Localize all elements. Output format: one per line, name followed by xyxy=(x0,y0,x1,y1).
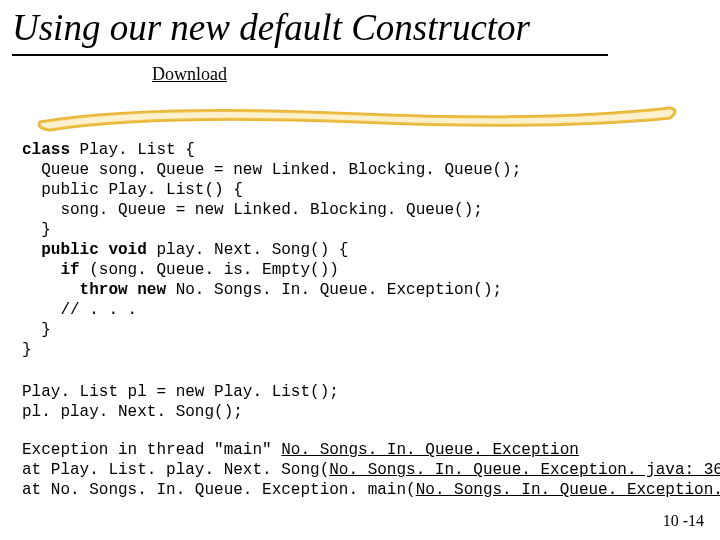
keyword-class: class xyxy=(22,141,70,159)
slide-title: Using our new default Constructor xyxy=(12,6,530,49)
code-text: Play. List { xyxy=(70,141,195,159)
keyword-public-void: public void xyxy=(41,241,147,259)
slide-number: 10 -14 xyxy=(663,512,704,530)
keyword-if: if xyxy=(60,261,79,279)
code-text: Play. List(); xyxy=(204,383,338,401)
trace-text: at No. Songs. In. Queue. Exception. main… xyxy=(22,481,416,499)
trace-link: No. Songs. In. Queue. Exception. java: 3… xyxy=(329,461,720,479)
title-underline xyxy=(12,54,608,56)
code-text: pl. play. Next. Song(); xyxy=(22,403,243,421)
code-text: Play. List pl = xyxy=(22,383,176,401)
decorative-swoosh xyxy=(30,100,690,136)
trace-text: Exception in thread "main" xyxy=(22,441,281,459)
code-text xyxy=(22,241,41,259)
code-text xyxy=(22,261,60,279)
trace-link: No. Songs. In. Queue. Exception. java: 1… xyxy=(416,481,720,499)
trace-link: No. Songs. In. Queue. Exception xyxy=(281,441,579,459)
code-block-usage: Play. List pl = new Play. List(); pl. pl… xyxy=(22,382,339,422)
download-link[interactable]: Download xyxy=(152,64,227,85)
code-text: } xyxy=(22,341,32,359)
slide: Using our new default Constructor Downlo… xyxy=(0,0,720,540)
code-text: // . . . xyxy=(22,301,137,319)
keyword-throw-new: throw new xyxy=(80,281,166,299)
code-text: } xyxy=(22,221,51,239)
code-text: } xyxy=(22,321,51,339)
keyword-new: new xyxy=(176,383,205,401)
code-text: No. Songs. In. Queue. Exception(); xyxy=(166,281,502,299)
code-text: play. Next. Song() { xyxy=(147,241,349,259)
code-text: song. Queue = new Linked. Blocking. Queu… xyxy=(22,201,483,219)
code-text: Queue song. Queue = new Linked. Blocking… xyxy=(22,161,521,179)
code-block-main: class Play. List { Queue song. Queue = n… xyxy=(22,140,521,360)
code-text: (song. Queue. is. Empty()) xyxy=(80,261,339,279)
stack-trace: Exception in thread "main" No. Songs. In… xyxy=(22,440,720,500)
trace-text: at Play. List. play. Next. Song( xyxy=(22,461,329,479)
code-text xyxy=(22,281,80,299)
code-text: public Play. List() { xyxy=(22,181,243,199)
